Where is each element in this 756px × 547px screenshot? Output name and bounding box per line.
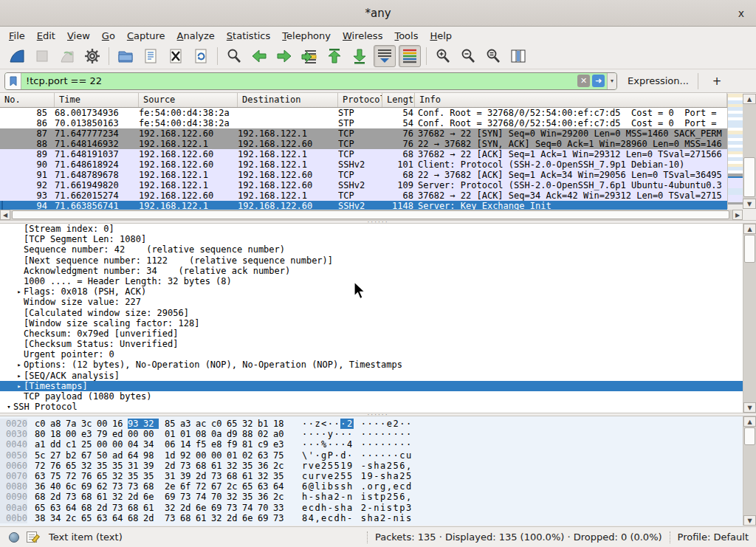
hex-byte[interactable]: 32 — [112, 471, 128, 481]
apply-filter-icon[interactable]: ➜ — [592, 75, 605, 87]
hex-byte[interactable]: 36 — [35, 481, 50, 492]
hex-byte[interactable]: 63 — [258, 450, 273, 461]
hex-byte[interactable]: 35 — [273, 471, 289, 481]
hex-byte[interactable]: 25 — [81, 439, 97, 450]
hex-byte[interactable]: 67 — [81, 450, 97, 461]
hex-byte[interactable]: 35 — [128, 471, 143, 481]
hex-byte[interactable]: 73 — [128, 481, 143, 492]
find-packet-icon[interactable] — [223, 45, 245, 67]
packet-row[interactable]: 9171.648789678192.168.122.1192.168.122.6… — [0, 170, 727, 180]
column-header-destination[interactable]: Destination — [238, 93, 338, 107]
menu-item-tools[interactable]: Tools — [388, 29, 424, 43]
column-header-time[interactable]: Time — [55, 93, 139, 107]
hex-byte[interactable]: 33 — [273, 503, 289, 513]
hex-byte[interactable]: 32 — [81, 461, 97, 471]
hex-byte[interactable]: 64 — [273, 481, 289, 492]
hex-byte[interactable]: 3c — [81, 419, 97, 429]
hex-byte[interactable]: 75 — [273, 450, 289, 461]
hex-byte[interactable]: 73 — [211, 471, 227, 481]
hex-byte[interactable]: 35 — [143, 471, 159, 481]
hex-byte[interactable]: 06 — [165, 439, 180, 450]
zoom-in-icon[interactable] — [432, 45, 454, 67]
detail-line[interactable]: ▸Options: (12 bytes), No-Operation (NOP)… — [0, 359, 743, 370]
scroll-up-icon[interactable]: ▲ — [743, 94, 756, 104]
detail-line[interactable]: Acknowledgment number: 34 (relative ack … — [0, 266, 743, 276]
scroll-up-icon[interactable]: ▲ — [743, 416, 756, 427]
column-header-protocol[interactable]: Protocol — [338, 93, 382, 107]
packet-row[interactable]: 8971.648191037192.168.122.60192.168.122.… — [0, 149, 727, 159]
hex-byte[interactable]: 64 — [128, 450, 143, 461]
hex-byte[interactable]: b1 — [258, 419, 273, 429]
hex-byte[interactable]: c0 — [211, 419, 227, 429]
hex-byte[interactable]: 85 — [165, 419, 180, 429]
detail-line[interactable]: ▸[SEQ/ACK analysis] — [0, 371, 743, 381]
hex-byte[interactable]: 00 — [143, 429, 159, 439]
collapsed-arrow-icon[interactable]: ▸ — [15, 371, 24, 381]
hex-byte[interactable]: c1 — [66, 439, 81, 450]
hex-byte[interactable]: 18 — [50, 429, 66, 439]
packet-row[interactable]: 9071.648618924192.168.122.60192.168.122.… — [0, 159, 727, 170]
zoom-100-icon[interactable] — [482, 45, 504, 67]
column-header-no[interactable]: No. — [0, 93, 55, 107]
save-file-icon[interactable] — [140, 45, 162, 67]
scroll-thumb[interactable] — [744, 427, 755, 445]
hex-byte[interactable]: 01 — [180, 429, 196, 439]
scroll-left-icon[interactable]: ◀ — [0, 210, 10, 220]
hex-row[interactable]: 0040a1ddc125000004340614f5e8f981c9e3···%… — [0, 439, 743, 450]
hex-row[interactable]: 008036406c69627373682e6f72672c6563646@li… — [0, 481, 743, 492]
hex-byte[interactable]: 32 — [165, 503, 180, 513]
restart-capture-icon[interactable] — [56, 45, 78, 67]
packet-list-minimap[interactable] — [727, 94, 743, 209]
hex-byte[interactable]: dd — [50, 439, 66, 450]
hex-byte[interactable]: 68 — [143, 481, 159, 492]
hex-byte[interactable]: 35 — [242, 461, 258, 471]
expanded-arrow-icon[interactable]: ▾ — [4, 402, 13, 412]
hex-byte[interactable]: a0 — [273, 429, 289, 439]
hex-byte[interactable]: 67 — [211, 481, 227, 492]
hex-byte[interactable]: d9 — [227, 429, 242, 439]
packet-row[interactable]: 9371.662015274192.168.122.60192.168.122.… — [0, 190, 727, 201]
hex-byte[interactable]: 6e — [196, 503, 211, 513]
hex-byte[interactable]: 36 — [258, 461, 273, 471]
hex-byte[interactable]: 34 — [50, 513, 66, 523]
hex-byte[interactable]: 68 — [35, 492, 50, 502]
hex-byte[interactable]: 32 — [112, 492, 128, 502]
hex-byte[interactable]: b2 — [66, 450, 81, 461]
display-filter-field[interactable]: ✕ ➜ ▾ — [4, 72, 617, 90]
menu-item-statistics[interactable]: Statistics — [221, 29, 276, 43]
hex-byte[interactable]: 93 — [128, 419, 143, 429]
hex-byte[interactable]: 61 — [196, 513, 211, 523]
hex-byte[interactable]: 18 — [273, 419, 289, 429]
collapsed-arrow-icon[interactable]: ▸ — [15, 359, 24, 370]
hex-byte[interactable]: 38 — [35, 513, 50, 523]
detail-line[interactable]: [Stream index: 0] — [0, 224, 743, 234]
scroll-thumb[interactable] — [743, 157, 755, 197]
hex-byte[interactable]: 69 — [211, 503, 227, 513]
hex-byte[interactable]: 32 — [143, 419, 159, 429]
hex-byte[interactable]: c0 — [35, 419, 50, 429]
detail-line[interactable]: [Checksum Status: Unverified] — [0, 339, 743, 349]
hex-byte[interactable]: 69 — [165, 492, 180, 502]
hex-byte[interactable]: 64 — [112, 513, 128, 523]
hex-byte[interactable]: 63 — [97, 513, 112, 523]
hex-byte[interactable]: 7a — [66, 419, 81, 429]
packet-list-vscrollbar[interactable]: ▲ ▼ — [743, 94, 756, 209]
detail-line[interactable]: Checksum: 0x79ed [unverified] — [0, 328, 743, 339]
hex-byte[interactable]: 35 — [112, 461, 128, 471]
hex-byte[interactable]: 36 — [258, 492, 273, 502]
menu-item-file[interactable]: File — [3, 29, 31, 43]
scroll-down-icon[interactable]: ▼ — [743, 199, 756, 209]
expert-info-icon[interactable] — [9, 532, 19, 543]
menu-item-go[interactable]: Go — [96, 29, 121, 43]
hex-byte[interactable]: 76 — [50, 461, 66, 471]
hex-byte[interactable]: 69 — [258, 513, 273, 523]
hex-byte[interactable]: 98 — [143, 450, 159, 461]
hex-byte[interactable]: 2d — [97, 503, 112, 513]
hex-byte[interactable]: f5 — [196, 439, 211, 450]
hex-row[interactable]: 00a0656364682d736861322d6e6973747033ecdh… — [0, 503, 743, 513]
hex-byte[interactable]: 6f — [180, 481, 196, 492]
go-to-packet-icon[interactable] — [298, 45, 320, 67]
hex-byte[interactable]: 2d — [50, 492, 66, 502]
hex-byte[interactable]: 74 — [196, 492, 211, 502]
hex-byte[interactable]: 2c — [66, 513, 81, 523]
